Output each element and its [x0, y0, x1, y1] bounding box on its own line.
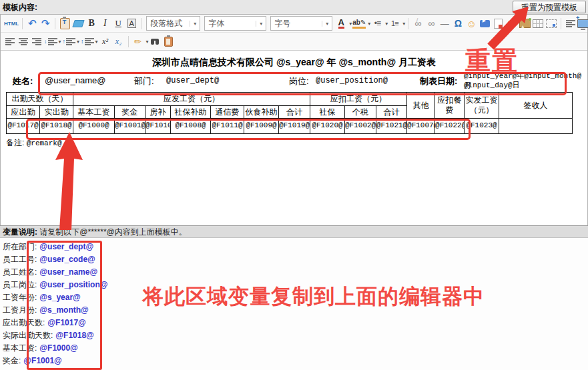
insert-table-icon[interactable]: [533, 19, 543, 28]
list-item: 工资年份:@s_year@: [3, 291, 107, 304]
value-cell: @F1001@: [115, 119, 145, 134]
sign-cell: [499, 119, 573, 134]
redo-icon[interactable]: [39, 16, 51, 31]
editor-toolbar-row1: 段落格式 ▾ 字体 ▾ 字号 ▾ ▾ ▾ ▾ ▾ +: [1, 15, 587, 33]
col-header: 社保: [310, 106, 345, 119]
insert-video-icon[interactable]: [480, 20, 490, 27]
insert-attachment-icon[interactable]: [494, 19, 503, 29]
col-header: 伙食补助: [244, 106, 279, 119]
dept-variable: @user_dept@: [166, 76, 219, 85]
unlink-icon[interactable]: [412, 16, 424, 31]
chevron-down-icon[interactable]: ▾: [385, 21, 388, 27]
variables-bar-text: 请复制以下@******@内容到上面模板中。: [39, 227, 186, 237]
char-border-icon[interactable]: [125, 16, 137, 31]
insert-image-icon[interactable]: [519, 19, 531, 28]
horizontal-rule-icon[interactable]: [438, 16, 451, 31]
chevron-down-icon[interactable]: ▾: [322, 21, 332, 27]
value-cell: @F1002@: [345, 119, 376, 134]
quick-format-icon[interactable]: [132, 34, 144, 49]
auto-typeset-icon[interactable]: +: [565, 16, 577, 31]
chevron-down-icon[interactable]: ▾: [190, 21, 200, 27]
html-source-icon[interactable]: [4, 16, 19, 31]
special-char-icon[interactable]: [452, 16, 464, 31]
font-color-icon[interactable]: [335, 16, 347, 31]
subscript-icon[interactable]: [113, 34, 125, 49]
col-header: 合计: [376, 106, 407, 119]
group-attendance: 出勤天数（天）: [7, 93, 73, 106]
paragraph-spacing-dropdown[interactable]: ↓▾: [44, 34, 61, 49]
italic-icon[interactable]: [99, 16, 111, 31]
list-item: 基本工资:@F1000@: [3, 342, 107, 355]
line-height-dropdown[interactable]: ↕▾: [81, 34, 98, 49]
format-eraser-icon[interactable]: [72, 20, 85, 27]
bullet-list-icon[interactable]: [371, 16, 383, 31]
reset-template-button[interactable]: 重置为预置模板: [513, 1, 586, 13]
position-variable: @user_position@: [316, 76, 388, 85]
col-header: 应出勤: [7, 106, 40, 119]
note-variable: @remark@: [27, 139, 62, 147]
font-family-select[interactable]: 字体 ▾: [204, 16, 266, 31]
group-sign: 签收人: [499, 93, 573, 119]
highlight-color-icon[interactable]: [352, 16, 366, 31]
value-cell: @F1009@: [244, 119, 279, 134]
chevron-down-icon[interactable]: ▾: [368, 21, 370, 27]
value-cell: @F1019@: [279, 119, 310, 134]
col-header: 个税: [345, 106, 376, 119]
chevron-down-icon[interactable]: ▾: [146, 39, 149, 45]
list-item: 实际出勤天数:@F1018@: [3, 329, 107, 342]
salary-table: 出勤天数（天） 应发工资（元） 应扣工资（元） 其他 应扣餐费 实发工资（元） …: [6, 92, 573, 134]
undo-icon[interactable]: [26, 16, 38, 31]
bold-icon[interactable]: [85, 16, 97, 31]
annotation-reset-text: 重置: [465, 44, 519, 78]
list-item: 奖金:@F1001@: [3, 355, 107, 367]
value-cell: @F1017@: [7, 119, 40, 134]
value-cell: @F1010@: [145, 119, 171, 134]
toolbar-separator: [561, 18, 561, 29]
align-left-icon[interactable]: [5, 38, 15, 45]
fullscreen-icon[interactable]: [577, 19, 588, 28]
value-cell: @F1011@: [211, 119, 244, 134]
date-label: 制表日期:: [420, 75, 457, 87]
group-deduction: 应扣工资（元）: [310, 93, 407, 106]
value-cell: @F1008@: [171, 119, 211, 134]
note-line: 备注: @remark@: [6, 137, 62, 149]
value-cell: @F1000@: [73, 119, 115, 134]
date-variable-line2: @input_day@日: [464, 80, 520, 90]
value-cell: @F1018@: [40, 119, 73, 134]
col-header: 合计: [279, 106, 310, 119]
group-payable: 应发工资（元）: [73, 93, 310, 106]
name-variable: @user_name@: [45, 75, 105, 85]
clipboard-icon[interactable]: [164, 37, 173, 47]
screenshot-icon[interactable]: [546, 19, 557, 28]
paragraph-format-select[interactable]: 段落格式 ▾: [146, 16, 200, 31]
numbered-list-icon[interactable]: [388, 16, 400, 31]
insert-flash-icon[interactable]: [505, 16, 517, 31]
group-meal: 应扣餐费: [435, 93, 465, 119]
value-cell: @F1007@: [407, 119, 435, 134]
toolbar-separator: [141, 18, 141, 29]
annotation-copy-hint-text: 将此区域变量复制到上面的编辑器中: [143, 283, 485, 311]
col-header: 基本工资: [73, 106, 115, 119]
value-cell: @F1020@: [310, 119, 345, 134]
link-icon[interactable]: [425, 16, 437, 31]
align-right-icon[interactable]: [32, 38, 41, 45]
template-content-header: 模板内容: 重置为预置模板: [0, 0, 588, 14]
note-label: 备注:: [6, 138, 24, 147]
list-item: 员工姓名:@user_name@: [3, 266, 107, 279]
superscript-icon[interactable]: [99, 34, 111, 49]
find-replace-icon[interactable]: [151, 39, 154, 45]
text-valign-dropdown[interactable]: ↑▾: [63, 34, 80, 49]
name-label: 姓名:: [13, 75, 33, 87]
dept-label: 部门:: [134, 75, 154, 87]
font-size-select[interactable]: 字号 ▾: [270, 16, 332, 31]
underline-icon[interactable]: [112, 16, 124, 31]
value-cell: @F1022@: [435, 119, 465, 134]
paste-text-icon[interactable]: [60, 18, 70, 29]
emoticon-icon[interactable]: [465, 16, 477, 31]
chevron-down-icon[interactable]: ▾: [402, 21, 405, 27]
chevron-down-icon[interactable]: ▾: [256, 21, 266, 27]
chevron-down-icon[interactable]: ▾: [349, 21, 352, 27]
align-center-icon[interactable]: [19, 38, 28, 45]
col-header: 实出勤: [40, 106, 73, 119]
table-row: @F1017@ @F1018@ @F1000@ @F1001@ @F1010@ …: [7, 119, 573, 134]
